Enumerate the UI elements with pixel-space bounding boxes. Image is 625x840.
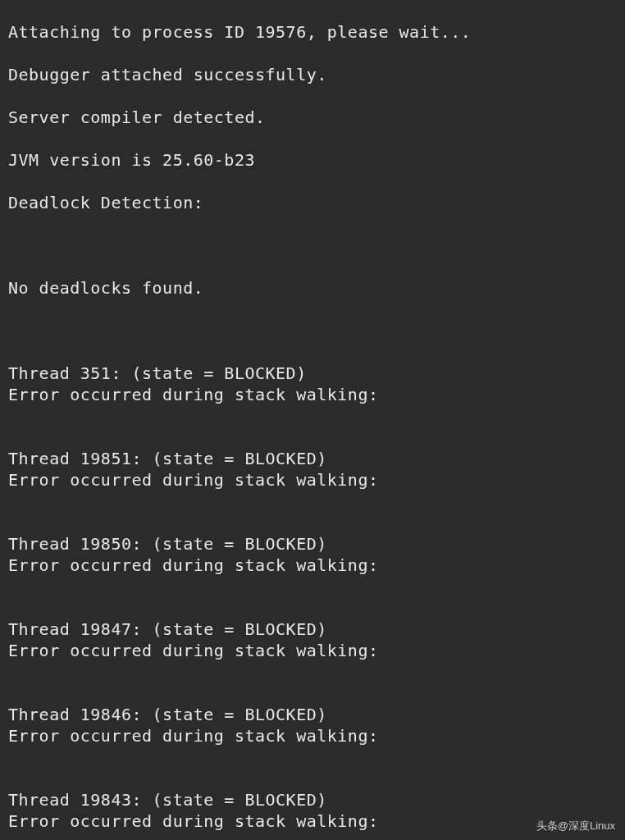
blank-line [8, 597, 617, 619]
thread-error-line: Error occurred during stack walking: [8, 384, 617, 405]
threads-container: Thread 351: (state = BLOCKED)Error occur… [8, 363, 617, 840]
thread-header-line: Thread 19846: (state = BLOCKED) [8, 704, 617, 725]
blank-line [8, 661, 617, 682]
blank-line [8, 512, 617, 533]
blank-line [8, 491, 617, 512]
compiler-line: Server compiler detected. [8, 107, 617, 128]
thread-error-line: Error occurred during stack walking: [8, 469, 617, 491]
thread-header-line: Thread 351: (state = BLOCKED) [8, 363, 617, 384]
thread-header-line: Thread 19847: (state = BLOCKED) [8, 619, 617, 640]
watermark-text: @深度Linux [558, 819, 615, 832]
debugger-line: Debugger attached successfully. [8, 64, 617, 85]
blank-line [8, 682, 617, 704]
blank-line [8, 320, 617, 341]
deadlock-header-line: Deadlock Detection: [8, 192, 617, 213]
blank-line [8, 832, 617, 840]
thread-error-line: Error occurred during stack walking: [8, 725, 617, 746]
deadlock-status-line: No deadlocks found. [8, 277, 617, 299]
thread-header-line: Thread 19850: (state = BLOCKED) [8, 533, 617, 555]
thread-header-line: Thread 19851: (state = BLOCKED) [8, 448, 617, 469]
terminal-output: Attaching to process ID 19576, please wa… [8, 0, 617, 840]
jvm-version-line: JVM version is 25.60-b23 [8, 149, 617, 171]
blank-line [8, 427, 617, 448]
thread-header-line: Thread 19843: (state = BLOCKED) [8, 789, 617, 810]
attach-line: Attaching to process ID 19576, please wa… [8, 21, 617, 43]
thread-error-line: Error occurred during stack walking: [8, 640, 617, 661]
thread-error-line: Error occurred during stack walking: [8, 810, 617, 832]
watermark-prefix: 头条 [536, 819, 558, 832]
blank-line [8, 235, 617, 256]
watermark: 头条@深度Linux [536, 819, 615, 833]
thread-error-line: Error occurred during stack walking: [8, 555, 617, 576]
blank-line [8, 746, 617, 768]
blank-line [8, 768, 617, 789]
blank-line [8, 405, 617, 427]
blank-line [8, 576, 617, 597]
